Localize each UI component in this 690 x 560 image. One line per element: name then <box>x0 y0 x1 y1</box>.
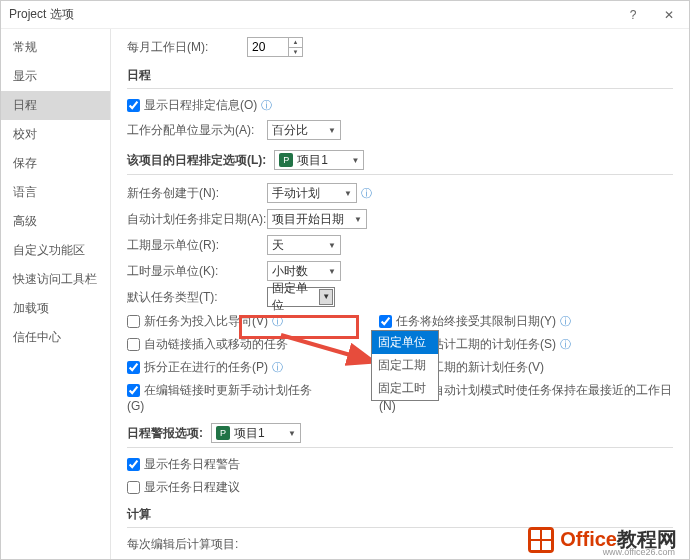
monthly-workdays-label: 每月工作日(M): <box>127 39 247 56</box>
default-task-type-combo[interactable]: 固定单位▼ <box>267 287 335 307</box>
window-controls: ? ✕ <box>621 8 681 22</box>
sidebar-item-addins[interactable]: 加载项 <box>1 294 110 323</box>
sidebar-item-customize-ribbon[interactable]: 自定义功能区 <box>1 236 110 265</box>
sidebar-item-schedule[interactable]: 日程 <box>1 91 110 120</box>
alerts-project-combo[interactable]: P 项目1 ▼ <box>211 423 301 443</box>
info-icon: ⓘ <box>272 361 283 373</box>
sidebar-item-display[interactable]: 显示 <box>1 62 110 91</box>
check-effort-driven[interactable]: 新任务为投入比导向(V)ⓘ <box>127 313 319 330</box>
titlebar: Project 选项 ? ✕ <box>1 1 689 29</box>
check-split-tasks[interactable]: 拆分正在进行的任务(P)ⓘ <box>127 359 319 376</box>
dropdown-option[interactable]: 固定工期 <box>372 354 438 377</box>
chevron-down-icon[interactable]: ▼ <box>319 289 333 305</box>
work-unit-combo[interactable]: 百分比▼ <box>267 120 341 140</box>
work-display-unit-combo[interactable]: 小时数▼ <box>267 261 341 281</box>
duration-unit-combo[interactable]: 天▼ <box>267 235 341 255</box>
dropdown-option[interactable]: 固定单位 <box>372 331 438 354</box>
chevron-down-icon: ▼ <box>344 189 352 198</box>
check-update-manual[interactable]: 在编辑链接时更新手动计划任务(G) <box>127 382 319 413</box>
sidebar-item-save[interactable]: 保存 <box>1 149 110 178</box>
project-icon: P <box>216 426 230 440</box>
section-alerts: 日程警报选项: <box>127 425 203 442</box>
chevron-down-icon: ▼ <box>328 267 336 276</box>
recalc-label: 每次编辑后计算项目: <box>127 536 238 553</box>
new-task-created-label: 新任务创建于(N): <box>127 185 267 202</box>
auto-schedule-date-combo[interactable]: 项目开始日期▼ <box>267 209 367 229</box>
work-unit-label: 工作分配单位显示为(A): <box>127 122 267 139</box>
info-icon[interactable]: ⓘ <box>361 186 372 201</box>
help-button[interactable]: ? <box>621 8 645 22</box>
sidebar-item-quick-access[interactable]: 快速访问工具栏 <box>1 265 110 294</box>
sidebar: 常规 显示 日程 校对 保存 语言 高级 自定义功能区 快速访问工具栏 加载项 … <box>1 29 111 559</box>
info-icon: ⓘ <box>560 315 571 327</box>
spinner-up-icon[interactable]: ▲ <box>289 38 302 48</box>
monthly-workdays-spinner[interactable]: ▲▼ <box>247 37 303 57</box>
content-pane: 每月工作日(M): ▲▼ 日程 显示日程排定信息(O) ⓘ 工作分配单位显示为(… <box>111 29 689 559</box>
chevron-down-icon: ▼ <box>328 126 336 135</box>
info-icon: ⓘ <box>560 338 571 350</box>
project-selector-combo[interactable]: P 项目1 ▼ <box>274 150 364 170</box>
info-icon: ⓘ <box>272 315 283 327</box>
sidebar-item-language[interactable]: 语言 <box>1 178 110 207</box>
watermark: Office教程网 www.office26.com <box>528 526 677 553</box>
chevron-down-icon: ▼ <box>351 156 359 165</box>
duration-unit-label: 工期显示单位(R): <box>127 237 267 254</box>
info-icon[interactable]: ⓘ <box>261 98 272 113</box>
check-autolink[interactable]: 自动链接插入或移动的任务 <box>127 336 319 353</box>
section-calculation: 计算 <box>127 506 673 528</box>
section-schedule: 日程 <box>127 67 673 89</box>
chevron-down-icon: ▼ <box>288 429 296 438</box>
default-task-type-label: 默认任务类型(T): <box>127 289 267 306</box>
check-show-warnings[interactable]: 显示任务日程警告 <box>127 456 673 473</box>
monthly-workdays-input[interactable] <box>248 38 288 56</box>
dropdown-option[interactable]: 固定工时 <box>372 377 438 400</box>
sidebar-item-proofing[interactable]: 校对 <box>1 120 110 149</box>
close-button[interactable]: ✕ <box>657 8 681 22</box>
chevron-down-icon: ▼ <box>328 241 336 250</box>
default-task-type-dropdown[interactable]: 固定单位 固定工期 固定工时 <box>371 330 439 401</box>
office-logo-icon <box>528 527 554 553</box>
check-show-suggestions[interactable]: 显示任务日程建议 <box>127 479 673 496</box>
section-project-options: 该项目的日程排定选项(L): <box>127 152 266 169</box>
sidebar-item-trust-center[interactable]: 信任中心 <box>1 323 110 352</box>
sidebar-item-advanced[interactable]: 高级 <box>1 207 110 236</box>
work-display-unit-label: 工时显示单位(K): <box>127 263 267 280</box>
watermark-url: www.office26.com <box>603 547 675 557</box>
options-dialog: Project 选项 ? ✕ 常规 显示 日程 校对 保存 语言 高级 自定义功… <box>0 0 690 560</box>
project-icon: P <box>279 153 293 167</box>
window-title: Project 选项 <box>9 6 74 23</box>
show-schedule-info-checkbox[interactable] <box>127 99 140 112</box>
sidebar-item-general[interactable]: 常规 <box>1 33 110 62</box>
chevron-down-icon: ▼ <box>354 215 362 224</box>
check-honor-constraints[interactable]: 任务将始终接受其限制日期(Y)ⓘ <box>379 313 673 330</box>
auto-schedule-date-label: 自动计划任务排定日期(A): <box>127 211 267 228</box>
new-task-created-combo[interactable]: 手动计划▼ <box>267 183 357 203</box>
show-schedule-info-label: 显示日程排定信息(O) <box>144 97 257 114</box>
spinner-down-icon[interactable]: ▼ <box>289 48 302 57</box>
